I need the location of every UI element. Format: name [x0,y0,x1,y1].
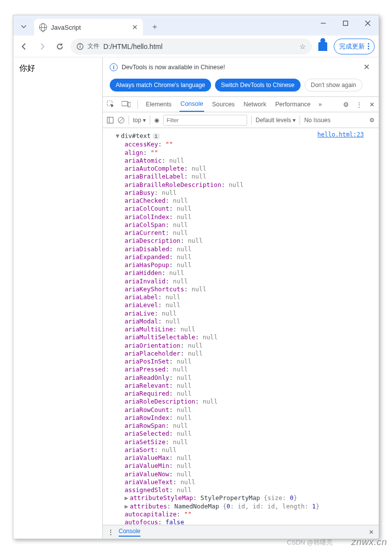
object-property[interactable]: ariaSetSize: null [116,438,374,446]
profile-button[interactable] [316,40,330,53]
object-property[interactable]: ariaCurrent: null [116,229,374,237]
devtools-tab-network[interactable]: Network [243,97,267,112]
navbar: 文件 D:/HTML/hello.html ☆ 完成更新 [13,36,379,57]
object-property[interactable]: ariaRequired: null [116,390,374,398]
object-property[interactable]: ariaColIndex: null [116,213,374,221]
source-link[interactable]: hello.html:23 [317,131,364,139]
object-property[interactable]: ariaColSpan: null [116,221,374,229]
filter-input[interactable] [163,115,247,126]
inspect-icon[interactable] [107,100,115,108]
browser-tab[interactable]: JavaScript ✕ [34,19,143,36]
devtools-tab-sources[interactable]: Sources [211,97,236,112]
context-selector[interactable]: top ▾ [133,117,146,124]
object-property[interactable]: ariaSelected: null [116,430,374,438]
update-label: 完成更新 [339,42,365,51]
object-property[interactable]: ariaValueMin: null [116,462,374,470]
clear-console-icon[interactable] [118,117,125,124]
object-property[interactable]: autofocus: false [116,518,374,525]
object-property[interactable]: ariaBrailleLabel: null [116,173,374,181]
devtools-close-button[interactable]: ✕ [369,101,375,108]
object-property[interactable]: ariaRelevant: null [116,382,374,390]
drawer-tab-console[interactable]: Console [119,528,140,537]
object-property[interactable]: ariaMultiLine: null [116,325,374,333]
object-property[interactable]: ariaAtomic: null [116,157,374,165]
always-match-button[interactable]: Always match Chrome's language [110,79,211,92]
object-property[interactable]: ariaValueNow: null [116,470,374,478]
object-property[interactable]: align: "" [116,149,374,157]
object-property[interactable]: ariaSort: null [116,446,374,454]
object-property[interactable]: ▶attributeStyleMap: StylePropertyMap {si… [116,494,374,502]
object-property[interactable]: ariaOrientation: null [116,342,374,350]
object-property[interactable]: ariaBusy: null [116,189,374,197]
greeting-text: 你好 [19,64,35,72]
tab-search-button[interactable] [16,19,31,34]
close-window-button[interactable] [356,15,379,31]
object-property[interactable]: ariaAutoComplete: null [116,165,374,173]
object-property[interactable]: ariaExpanded: null [116,253,374,261]
back-button[interactable] [17,40,31,53]
settings-icon[interactable]: ⚙ [343,101,349,108]
object-property[interactable]: ariaKeyShortcuts: null [116,285,374,293]
device-toggle-icon[interactable] [122,101,131,108]
object-property[interactable]: ariaChecked: null [116,197,374,205]
object-property[interactable]: ariaLevel: null [116,301,374,309]
object-property[interactable]: autocapitalize: "" [116,510,374,518]
object-property[interactable]: ariaPosInSet: null [116,358,374,366]
object-property[interactable]: ariaRowCount: null [116,406,374,414]
minimize-button[interactable] [312,15,334,31]
tab-close-button[interactable]: ✕ [132,23,138,31]
profile-icon [318,42,327,51]
object-property[interactable]: ariaValueMax: null [116,454,374,462]
drawer-close-button[interactable]: ✕ [369,529,374,536]
object-property[interactable]: ariaValueText: null [116,478,374,486]
object-property[interactable]: ariaHidden: null [116,269,374,277]
object-property[interactable]: ariaRowSpan: null [116,422,374,430]
live-expression-icon[interactable]: ◉ [154,117,159,124]
object-property[interactable]: ariaPlaceholder: null [116,350,374,358]
drawer-menu-icon[interactable]: ⋮ [108,529,114,536]
more-tabs-icon[interactable]: » [318,101,322,108]
object-property[interactable]: ariaBrailleRoleDescription: null [116,181,374,189]
object-property[interactable]: ariaLabel: null [116,293,374,301]
devtools-tab-console[interactable]: Console [179,97,204,112]
object-property[interactable]: ariaModal: null [116,318,374,325]
levels-selector[interactable]: Default levels ▾ [256,117,296,124]
object-property[interactable]: ariaColCount: null [116,205,374,213]
svg-rect-1 [343,21,348,26]
object-property[interactable]: ariaRowIndex: null [116,414,374,422]
devtools-tab-performance[interactable]: Performance [274,97,312,112]
svg-point-3 [80,45,81,46]
issues-label[interactable]: No Issues [304,117,330,124]
dont-show-button[interactable]: Don't show again [305,79,363,92]
url-text: D:/HTML/hello.html [103,43,163,50]
object-property[interactable]: ariaDisabled: null [116,245,374,253]
object-property[interactable]: ariaInvalid: null [116,277,374,285]
info-icon[interactable] [77,43,84,50]
object-property[interactable]: ariaDescription: null [116,237,374,245]
devtools-tab-elements[interactable]: Elements [145,97,173,112]
update-button[interactable]: 完成更新 [334,39,375,54]
object-property[interactable]: ariaReadOnly: null [116,374,374,382]
forward-button[interactable] [35,40,49,53]
object-property[interactable]: assignedSlot: null [116,486,374,494]
switch-language-button[interactable]: Switch DevTools to Chinese [215,79,301,92]
toggle-sidebar-icon[interactable] [107,117,114,124]
console-settings-icon[interactable]: ⚙ [369,117,375,124]
object-property[interactable]: ariaLive: null [116,310,374,318]
more-menu-icon[interactable]: ⋮ [356,101,362,108]
console-output[interactable]: hello.html:23 ▼div#texti accessKey: ""al… [103,128,379,525]
infobar-close-button[interactable]: ✕ [361,62,372,72]
object-property[interactable]: ariaMultiSelectable: null [116,333,374,341]
maximize-button[interactable] [334,15,356,31]
address-bar[interactable]: 文件 D:/HTML/hello.html ☆ [71,39,312,54]
devtools-tabs: ElementsConsoleSourcesNetworkPerformance… [103,96,379,112]
object-property[interactable]: ariaPressed: null [116,366,374,373]
bookmark-star-icon[interactable]: ☆ [300,43,306,50]
object-property[interactable]: ▶attributes: NamedNodeMap {0: id, id: id… [116,503,374,510]
new-tab-button[interactable]: ＋ [148,20,162,34]
object-property[interactable]: accessKey: "" [116,140,374,148]
object-property[interactable]: ariaHasPopup: null [116,261,374,269]
reload-button[interactable] [53,40,67,53]
window-controls [312,15,379,31]
object-property[interactable]: ariaRoleDescription: null [116,398,374,406]
